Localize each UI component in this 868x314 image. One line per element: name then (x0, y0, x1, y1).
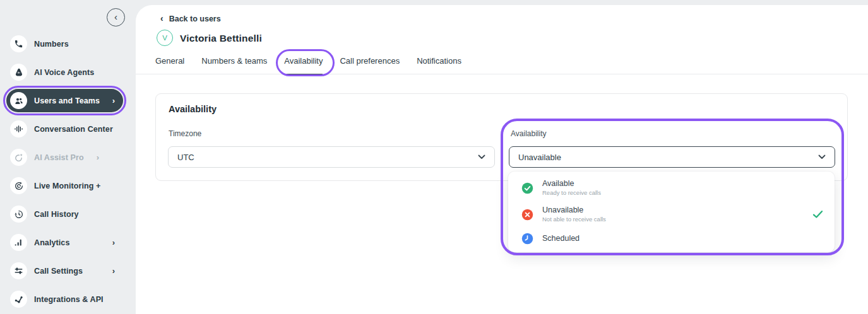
option-label: Available (542, 179, 601, 189)
option-unavailable[interactable]: Unavailable Not able to receive calls (508, 201, 835, 228)
waveform-icon (10, 120, 27, 137)
option-description: Ready to receive calls (542, 189, 601, 197)
availability-card: Availability Timezone UTC Availability U… (155, 93, 848, 181)
call-settings-icon (10, 262, 27, 279)
sidebar-item-label: Numbers (34, 40, 69, 49)
availability-label: Availability (511, 129, 546, 138)
sidebar-item-call-settings[interactable]: Call Settings › (6, 259, 123, 282)
sidebar-item-label: Analytics (34, 238, 69, 247)
chevron-left-icon: ‹ (160, 14, 163, 23)
option-label: Unavailable (542, 206, 606, 215)
available-check-icon (521, 182, 533, 194)
sidebar-item-label: Users and Teams (34, 96, 100, 105)
avatar: V (157, 30, 173, 46)
option-scheduled[interactable]: Scheduled (508, 228, 835, 248)
tab-general[interactable]: General (155, 56, 184, 75)
sidebar-item-label: Live Monitoring + (34, 182, 101, 190)
sidebar-item-label: Call Settings (34, 267, 83, 276)
avatar-initial: V (162, 34, 167, 42)
tab-numbers-teams[interactable]: Numbers & teams (201, 56, 267, 75)
sidebar-item-live-monitoring[interactable]: Live Monitoring + (6, 174, 123, 197)
chevron-right-icon: › (112, 238, 115, 247)
page-title: Victoria Bettinelli (180, 33, 262, 44)
chevron-left-icon: ‹ (114, 12, 117, 21)
sidebar-item-label: Call History (34, 210, 79, 219)
integrations-icon (10, 291, 27, 308)
phone-icon (10, 35, 27, 52)
sidebar-item-integrations-api[interactable]: Integrations & API (6, 288, 123, 311)
card-title: Availability (169, 104, 217, 114)
sidebar-item-label: Conversation Center (34, 125, 113, 134)
timezone-value: UTC (177, 153, 194, 162)
chevron-right-icon: › (97, 153, 99, 161)
sidebar-item-ai-assist-pro[interactable]: AI Assist Pro › (6, 146, 123, 169)
back-to-users-link[interactable]: ‹ Back to users (160, 14, 221, 23)
chevron-down-icon (478, 154, 485, 160)
sidebar-item-analytics[interactable]: Analytics › (6, 231, 123, 254)
sidebar-item-label: AI Assist Pro (34, 153, 84, 162)
ai-voice-agents-icon (10, 64, 27, 81)
sidebar-item-label: Integrations & API (34, 295, 104, 304)
option-description: Not able to receive calls (542, 216, 606, 223)
option-label: Scheduled (542, 234, 580, 243)
users-icon (10, 92, 27, 109)
chevron-right-icon: › (112, 267, 115, 275)
sidebar-item-label: AI Voice Agents (34, 68, 94, 77)
sidebar-item-ai-voice-agents[interactable]: AI Voice Agents (6, 61, 123, 84)
selected-check-icon (812, 210, 823, 219)
sidebar-item-numbers[interactable]: Numbers (6, 32, 123, 55)
live-monitoring-icon (10, 177, 27, 194)
tab-notifications[interactable]: Notifications (417, 56, 461, 75)
sidebar: ‹ Numbers AI Voice Agents Users and Team… (0, 0, 136, 314)
analytics-icon (10, 234, 27, 251)
back-link-label: Back to users (169, 15, 221, 23)
ai-assist-icon (10, 149, 27, 166)
tab-bar: General Numbers & teams Availability Cal… (155, 56, 461, 75)
main-content: ‹ Back to users V Victoria Bettinelli Ge… (136, 5, 868, 314)
tab-availability[interactable]: Availability (284, 56, 323, 75)
timezone-select[interactable]: UTC (168, 146, 495, 168)
call-history-icon (10, 206, 27, 223)
availability-select[interactable]: Unavailable (509, 146, 835, 168)
timezone-label: Timezone (169, 129, 201, 138)
scheduled-clock-icon (521, 233, 533, 245)
unavailable-x-icon (521, 209, 533, 221)
sidebar-item-call-history[interactable]: Call History (6, 202, 123, 226)
availability-value: Unavailable (518, 153, 561, 162)
tab-call-preferences[interactable]: Call preferences (340, 56, 400, 75)
chevron-down-icon (818, 154, 826, 160)
chevron-right-icon: › (112, 96, 115, 105)
availability-dropdown-menu: Available Ready to receive calls Unavail… (508, 172, 835, 252)
sidebar-collapse-button[interactable]: ‹ (107, 8, 125, 26)
sidebar-item-users-and-teams[interactable]: Users and Teams › (6, 89, 123, 112)
sidebar-nav: Numbers AI Voice Agents Users and Teams … (0, 30, 136, 313)
sidebar-item-conversation-center[interactable]: Conversation Center (6, 117, 123, 141)
option-available[interactable]: Available Ready to receive calls (508, 175, 835, 201)
